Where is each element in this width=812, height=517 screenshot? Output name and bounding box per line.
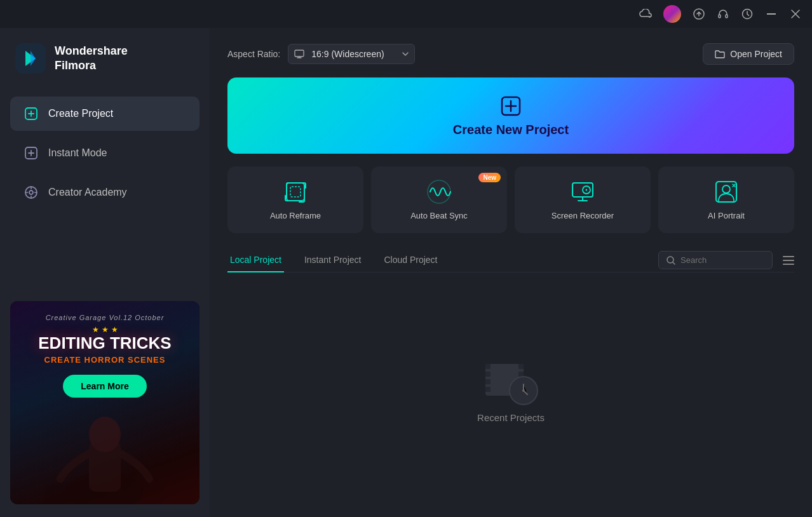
screen-recorder-icon xyxy=(570,179,595,205)
svg-rect-1 xyxy=(719,15,721,18)
auto-beat-sync-icon xyxy=(426,179,452,205)
upload-icon[interactable] xyxy=(693,8,705,20)
app-logo xyxy=(15,43,46,74)
project-section: Local Project Instant Project Cloud Proj… xyxy=(227,248,794,502)
svg-rect-4 xyxy=(767,13,776,15)
new-badge: New xyxy=(478,173,501,182)
svg-rect-2 xyxy=(726,15,727,18)
sidebar-item-create-project[interactable]: Create Project xyxy=(10,97,200,131)
creator-academy-icon xyxy=(23,184,39,201)
feature-card-screen-recorder-label: Screen Recorder xyxy=(551,211,614,220)
feature-card-auto-reframe[interactable]: Auto Reframe xyxy=(227,166,363,233)
list-view-icon[interactable] xyxy=(783,256,794,265)
top-bar: Aspect Ratio: 16:9 (Widescreen) 9:16 (Po… xyxy=(227,43,794,65)
feature-card-auto-beat-sync[interactable]: New Auto Beat Sync xyxy=(371,166,507,233)
svg-point-18 xyxy=(428,180,450,203)
svg-rect-31 xyxy=(485,387,491,392)
instant-mode-icon xyxy=(23,145,39,161)
sidebar-item-creator-academy[interactable]: Creator Academy xyxy=(10,175,200,210)
minimize-icon[interactable] xyxy=(765,8,778,20)
empty-projects-text: Recent Projects xyxy=(477,412,545,423)
svg-rect-25 xyxy=(783,260,794,261)
banner-title-main: EDITING TRICKS xyxy=(38,334,171,352)
aspect-ratio-label: Aspect Ratio: xyxy=(227,49,280,59)
svg-rect-26 xyxy=(783,264,794,265)
search-input[interactable] xyxy=(680,255,763,265)
tab-search-area xyxy=(658,251,794,269)
svg-point-10 xyxy=(29,191,33,194)
feature-card-screen-recorder[interactable]: Screen Recorder xyxy=(515,166,651,233)
cloud-icon[interactable] xyxy=(639,8,652,20)
content-area: Aspect Ratio: 16:9 (Widescreen) 9:16 (Po… xyxy=(210,28,812,517)
svg-rect-16 xyxy=(287,183,304,201)
svg-marker-6 xyxy=(30,51,36,66)
banner-learn-btn[interactable]: Learn More xyxy=(63,375,146,398)
svg-rect-30 xyxy=(485,379,491,384)
svg-point-13 xyxy=(89,417,121,452)
sidebar-item-instant-mode[interactable]: Instant Mode xyxy=(10,136,200,170)
sidebar-banner[interactable]: Creative Garage Vol.12 October ★ ★ ★ EDI… xyxy=(10,301,200,504)
clock-icon[interactable] xyxy=(741,8,754,20)
svg-rect-17 xyxy=(290,187,301,197)
logo-area: Wondershare Filmora xyxy=(10,41,200,76)
empty-projects-icon xyxy=(479,351,543,402)
search-box[interactable] xyxy=(658,251,773,269)
create-new-project-icon xyxy=(499,95,522,117)
tabs-row: Local Project Instant Project Cloud Proj… xyxy=(227,248,794,272)
auto-reframe-icon xyxy=(283,179,308,205)
empty-state: Recent Projects xyxy=(227,272,794,502)
svg-point-37 xyxy=(522,389,525,392)
svg-rect-29 xyxy=(485,372,491,377)
tab-cloud-project[interactable]: Cloud Project xyxy=(381,248,440,272)
ai-portrait-icon xyxy=(714,179,739,205)
headphone-icon[interactable] xyxy=(717,8,729,20)
titlebar xyxy=(0,0,812,28)
create-new-project-label: Create New Project xyxy=(453,123,569,137)
feature-cards: Auto Reframe New Auto Beat Sync xyxy=(227,166,794,233)
banner-title-small: Creative Garage Vol.12 October xyxy=(46,314,165,321)
close-icon[interactable] xyxy=(789,8,802,20)
feature-card-auto-beat-sync-label: Auto Beat Sync xyxy=(410,211,468,220)
sidebar-item-instant-mode-label: Instant Mode xyxy=(48,147,107,159)
tab-instant-project[interactable]: Instant Project xyxy=(302,248,364,272)
svg-rect-28 xyxy=(485,364,491,369)
feature-card-ai-portrait[interactable]: AI Portrait xyxy=(658,166,794,233)
create-new-project-button[interactable]: Create New Project xyxy=(227,77,794,154)
tab-local-project[interactable]: Local Project xyxy=(227,248,284,272)
svg-rect-24 xyxy=(783,256,794,257)
app-title: Wondershare Filmora xyxy=(55,44,128,74)
feature-card-auto-reframe-label: Auto Reframe xyxy=(270,211,321,220)
aspect-ratio-select[interactable]: 16:9 (Widescreen) 9:16 (Portrait) 1:1 (S… xyxy=(288,44,415,64)
feature-card-ai-portrait-label: AI Portrait xyxy=(708,211,745,220)
svg-point-22 xyxy=(722,185,730,193)
svg-rect-33 xyxy=(518,372,524,377)
svg-rect-32 xyxy=(518,364,524,369)
avatar-icon[interactable] xyxy=(663,5,681,23)
open-project-label: Open Project xyxy=(730,49,782,59)
sidebar: Wondershare Filmora Create Project Insta… xyxy=(0,28,210,517)
create-project-icon xyxy=(23,105,39,122)
open-project-button[interactable]: Open Project xyxy=(703,43,794,65)
banner-subtitle: CREATE HORROR SCENES xyxy=(44,355,166,365)
sidebar-item-create-project-label: Create Project xyxy=(48,108,113,119)
aspect-ratio-area: Aspect Ratio: 16:9 (Widescreen) 9:16 (Po… xyxy=(227,44,415,64)
search-icon xyxy=(667,256,675,265)
folder-icon xyxy=(715,50,725,58)
sidebar-item-creator-academy-label: Creator Academy xyxy=(48,187,127,198)
